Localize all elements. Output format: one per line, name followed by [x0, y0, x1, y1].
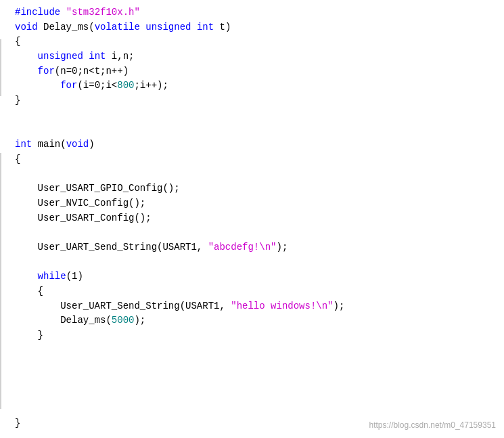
code-line: [15, 343, 504, 358]
code-token: {: [15, 35, 20, 49]
code-token: int: [15, 137, 38, 152]
code-token: "hello windows!\n": [231, 299, 333, 314]
code-token: Delay_ms(: [43, 20, 95, 35]
code-token: [15, 64, 38, 79]
code-token: Delay_ms(: [15, 313, 112, 328]
code-token: }: [15, 328, 43, 343]
code-token: }: [15, 93, 20, 108]
code-token: i,n;: [112, 49, 135, 64]
watermark: https://blog.csdn.net/m0_47159351: [369, 420, 496, 430]
code-token: int: [89, 49, 112, 64]
code-token: unsigned: [38, 49, 89, 64]
code-token: User_USART_GPIO_Config();: [15, 181, 180, 196]
code-line: {: [15, 284, 504, 299]
code-token: }: [15, 416, 20, 431]
code-line: [15, 387, 504, 402]
code-line: [15, 108, 504, 123]
code-token: volatile: [95, 20, 146, 35]
code-line: User_UART_Send_String(USART1, "hello win…: [15, 299, 504, 314]
code-line: }: [15, 93, 504, 108]
code-token: void: [66, 137, 89, 152]
code-token: );: [276, 240, 288, 255]
code-token: ): [89, 137, 94, 152]
code-line: [15, 123, 504, 138]
code-line: while(1): [15, 269, 504, 284]
code-token: ;i++);: [134, 79, 168, 93]
code-line: {: [15, 35, 504, 49]
code-token: main(: [38, 137, 66, 152]
code-line: [15, 255, 504, 270]
code-token: User_NVIC_Config();: [15, 196, 145, 211]
line-indicator: [0, 0, 9, 438]
code-line: User_UART_Send_String(USART1, "abcdefg!\…: [15, 240, 504, 255]
code-editor: #include "stm32f10x.h"void Delay_ms(vola…: [0, 0, 504, 438]
bracket-bar-3: [0, 281, 1, 338]
code-token: [15, 269, 38, 284]
bracket-bar-1: [0, 39, 1, 96]
code-token: {: [15, 152, 20, 167]
code-token: 800: [117, 79, 134, 93]
code-line: [15, 402, 504, 417]
code-content: #include "stm32f10x.h"void Delay_ms(vola…: [9, 0, 504, 438]
code-line: User_NVIC_Config();: [15, 196, 504, 211]
code-token: void: [15, 20, 43, 35]
code-token: );: [134, 313, 145, 328]
code-token: for: [60, 79, 77, 93]
code-token: );: [334, 299, 345, 314]
code-token: while: [38, 269, 66, 284]
code-token: 5000: [112, 313, 135, 328]
code-line: unsigned int i,n;: [15, 49, 504, 64]
code-line: Delay_ms(5000);: [15, 313, 504, 328]
code-line: User_USART_GPIO_Config();: [15, 181, 504, 196]
code-token: User_USART_Config();: [15, 211, 152, 226]
code-line: void Delay_ms(volatile unsigned int t): [15, 20, 504, 35]
code-token: unsigned: [145, 20, 197, 35]
code-token: int: [197, 20, 220, 35]
code-token: {: [15, 284, 43, 299]
code-token: User_UART_Send_String(USART1,: [15, 240, 208, 255]
code-token: for: [38, 64, 55, 79]
code-line: {: [15, 152, 504, 167]
code-line: [15, 167, 504, 182]
code-token: (1): [66, 269, 83, 284]
code-token: [15, 79, 60, 93]
code-line: #include "stm32f10x.h": [15, 5, 504, 20]
code-token: (i=0;i<: [77, 79, 117, 93]
code-token: (n=0;n<t;n++): [55, 64, 129, 79]
code-line: User_USART_Config();: [15, 211, 504, 226]
code-line: for(i=0;i<800;i++);: [15, 79, 504, 93]
code-line: for(n=0;n<t;n++): [15, 64, 504, 79]
code-token: "abcdefg!\n": [208, 240, 277, 255]
code-token: t): [220, 20, 231, 35]
code-line: [15, 358, 504, 373]
code-token: [15, 49, 38, 64]
code-line: }: [15, 328, 504, 343]
code-token: #include: [15, 5, 66, 20]
code-line: int main(void): [15, 137, 504, 152]
code-line: [15, 372, 504, 387]
code-token: "stm32f10x.h": [66, 5, 140, 20]
code-line: [15, 225, 504, 240]
code-token: User_UART_Send_String(USART1,: [15, 299, 231, 314]
